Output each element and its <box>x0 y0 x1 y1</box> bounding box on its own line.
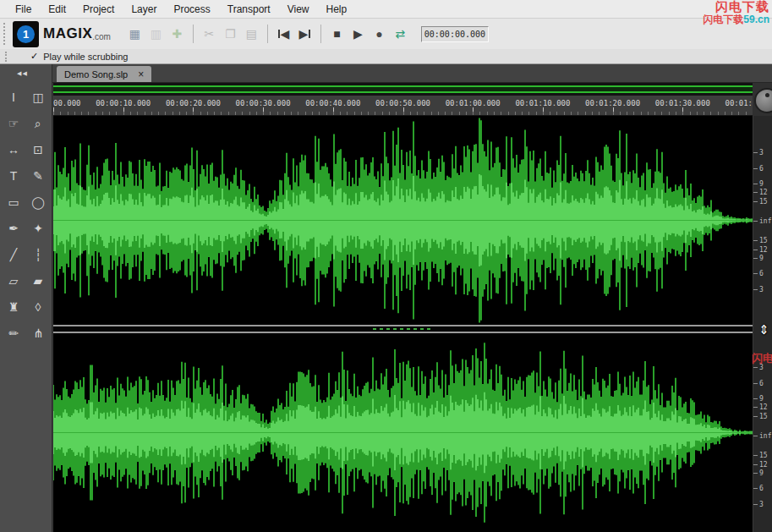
smudge-tool[interactable]: ⋔ <box>27 323 49 343</box>
resize-cursor: ⇕ <box>758 322 769 337</box>
play-button[interactable]: ▶ <box>348 24 369 44</box>
db-tick <box>753 250 758 250</box>
watermark-line2-teal: 59.cn <box>743 14 769 25</box>
ruler-tick <box>682 107 683 115</box>
magix-logo: 1 MAGIX .com <box>13 21 111 47</box>
db-tick <box>753 289 758 290</box>
zoom-knob-marker <box>765 93 769 97</box>
ruler-label: 00:00:50.000 <box>375 99 430 107</box>
ruler-tick <box>403 107 404 115</box>
db-tick <box>753 240 758 241</box>
db-label: 12 <box>759 461 768 469</box>
cut-button[interactable]: ✂ <box>199 24 220 44</box>
waveform-right-channel[interactable] <box>53 333 753 532</box>
ruler-tick <box>473 107 474 115</box>
knife-tool[interactable]: ◊ <box>27 297 49 317</box>
menu-item-process[interactable]: Process <box>165 3 218 15</box>
toolbar-separator <box>267 25 268 43</box>
db-tick <box>753 258 758 259</box>
app-window: FileEditProjectLayerProcessTransportView… <box>0 0 772 532</box>
db-label: 12 <box>759 246 768 254</box>
highlighter-tool[interactable]: ▰ <box>27 271 49 291</box>
toolbar-grip[interactable] <box>3 23 8 45</box>
channel-divider-dashes <box>373 328 432 330</box>
menu-item-view[interactable]: View <box>279 3 318 15</box>
toolbar-separator <box>193 25 194 43</box>
copy-button[interactable]: ❐ <box>220 24 241 44</box>
toolbar: 1 MAGIX .com ▦▥✚✂❐▤◀▶■▶●⇄ 00:00:00.000 <box>0 19 772 49</box>
menu-item-transport[interactable]: Transport <box>219 3 279 15</box>
db-label: 9 <box>759 469 764 477</box>
paste-button[interactable]: ▤ <box>241 24 262 44</box>
timeline-ruler[interactable]: 00:00:00.00000:00:10.00000:00:20.00000:0… <box>53 96 753 116</box>
object-tool[interactable]: ◫ <box>27 87 49 107</box>
text-tool[interactable]: T <box>3 166 25 186</box>
freehand-tool[interactable]: ┆ <box>27 244 49 265</box>
db-tick <box>753 436 758 436</box>
magix-badge-number: 1 <box>17 25 35 43</box>
hand-tool[interactable]: ☞ <box>3 113 25 134</box>
ruler-label: 00:00:00.000 <box>53 99 81 107</box>
scrub-row-grip[interactable] <box>5 52 10 62</box>
db-tick <box>753 201 758 202</box>
tab-close-icon[interactable]: × <box>138 69 144 80</box>
db-tick <box>753 416 758 417</box>
collapse-sidebar-button[interactable]: ◀◀ <box>0 64 52 77</box>
db-tick <box>753 221 758 222</box>
overview-line-top <box>53 85 753 87</box>
brush-tool[interactable]: ✒ <box>3 218 25 239</box>
db-label: 12 <box>759 403 768 411</box>
ruler-label: 00:01:20.000 <box>585 99 640 107</box>
db-tick <box>753 398 758 399</box>
pen-tool[interactable]: ✎ <box>27 166 49 186</box>
stop-button[interactable]: ■ <box>326 24 348 44</box>
db-tick <box>753 152 758 153</box>
waveform-left-channel[interactable] <box>53 116 753 325</box>
grid-view-button[interactable]: ▦ <box>124 24 145 44</box>
watermark-line1: 闪电下载 <box>703 0 769 14</box>
stamp-tool[interactable]: ♜ <box>3 297 25 317</box>
channel-divider[interactable] <box>53 325 753 333</box>
layout-button[interactable]: ▥ <box>145 24 167 44</box>
ellipse-select-tool[interactable]: ◯ <box>27 192 49 212</box>
eraser-tool[interactable]: ▱ <box>3 271 25 291</box>
menu-item-layer[interactable]: Layer <box>123 3 165 15</box>
loop-button[interactable]: ⇄ <box>390 24 411 44</box>
ruler-label: 00:01:00.000 <box>446 99 501 107</box>
db-tick <box>753 488 758 489</box>
line-tool[interactable]: ╱ <box>3 244 25 265</box>
db-tick <box>753 192 758 193</box>
db-label: 9 <box>759 395 764 403</box>
edit-cursor-tool[interactable]: I <box>3 87 25 107</box>
db-tick <box>753 273 758 274</box>
menu-item-edit[interactable]: Edit <box>40 3 74 15</box>
scrub-label[interactable]: Play while scrubbing <box>43 52 128 62</box>
menu-item-help[interactable]: Help <box>317 3 355 15</box>
menu-item-file[interactable]: File <box>7 3 40 15</box>
ruler-label: 00:00:40.000 <box>305 99 360 107</box>
pencil-tool[interactable]: ✏ <box>3 323 25 343</box>
toolbar-buttons: ▦▥✚✂❐▤◀▶■▶●⇄ <box>124 24 411 44</box>
crop-tool[interactable]: ⊡ <box>27 140 49 160</box>
db-tick <box>753 464 758 465</box>
checkmark-icon[interactable]: ✓ <box>30 51 38 62</box>
ruler-label: 00:01:40.000 <box>725 99 753 107</box>
watermark-line2-red: 闪电下载 <box>703 14 743 25</box>
overview-bar[interactable] <box>53 83 753 96</box>
menu-item-project[interactable]: Project <box>74 3 123 15</box>
db-tick <box>753 504 758 505</box>
record-button[interactable]: ● <box>369 24 390 44</box>
tab-demo-song[interactable]: Demo Song.slp × <box>57 66 151 82</box>
add-button[interactable]: ✚ <box>167 24 188 44</box>
zoom-tool[interactable]: ⌕ <box>27 113 49 134</box>
magic-wand-tool[interactable]: ✦ <box>27 218 49 239</box>
db-label: 6 <box>759 380 764 387</box>
go-to-start-button[interactable]: ◀ <box>273 24 294 44</box>
magix-logo-icon: 1 <box>13 21 39 47</box>
rect-select-tool[interactable]: ▭ <box>3 192 25 212</box>
move-tool[interactable]: ↔ <box>3 140 25 160</box>
db-tick <box>753 473 758 474</box>
go-to-end-button[interactable]: ▶ <box>294 24 315 44</box>
ruler-label: 00:00:30.000 <box>236 99 291 107</box>
scrub-option-row: ✓ Play while scrubbing <box>0 49 772 64</box>
